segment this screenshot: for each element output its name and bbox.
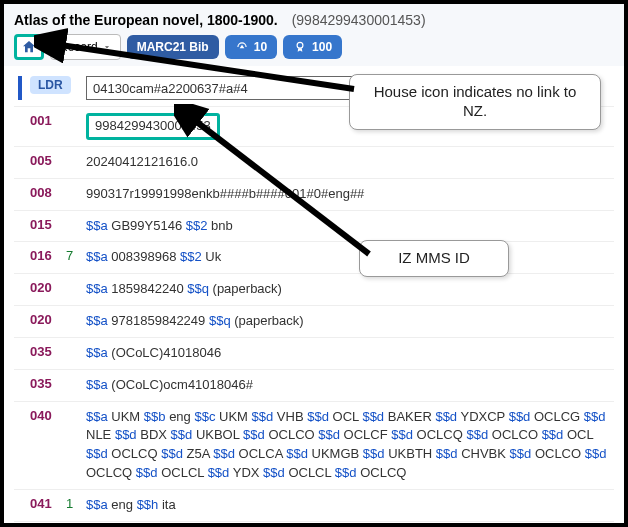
row-selection-bar [18, 496, 22, 515]
subfield-text: (paperback) [209, 281, 282, 296]
marc-row[interactable]: 049$$a MAIN [14, 521, 614, 527]
row-selection-bar [18, 76, 22, 100]
chip-100-label: 100 [312, 40, 332, 54]
chip-10-label: 10 [254, 40, 267, 54]
marc-tag: 035 [30, 376, 66, 391]
row-selection-bar [18, 312, 22, 331]
chevron-down-icon [102, 42, 112, 52]
callout-house: House icon indicates no link to NZ. [349, 74, 601, 130]
marc-tag: 016 [30, 248, 66, 263]
callout-mmsid: IZ MMS ID [359, 240, 509, 277]
subfield-code: $$d [136, 465, 158, 480]
subfield-code: $$2 [180, 249, 202, 264]
marc-value: $$a UKM $$b eng $$c UKM $$d VHB $$d OCL … [86, 408, 610, 483]
chip-10[interactable]: 10 [225, 35, 277, 59]
marc-tag: 008 [30, 185, 66, 200]
record-id-paren: (9984299430001453) [292, 12, 426, 28]
marc-tag: 020 [30, 312, 66, 327]
marc-row[interactable]: 008990317r19991998enkb####b####001#0#eng… [14, 178, 614, 210]
marc-row[interactable]: 035$$a (OCoLC)41018046 [14, 337, 614, 369]
subfield-code: $$d [585, 446, 607, 461]
gauge-icon [235, 40, 249, 54]
subfield-text: OCLCQ [357, 465, 407, 480]
subfield-code: $$q [187, 281, 209, 296]
subfield-code: $$a [86, 497, 108, 512]
subfield-code: $$d [542, 427, 564, 442]
subfield-text: CHVBK [458, 446, 510, 461]
row-selection-bar [18, 217, 22, 236]
header: Atlas of the European novel, 1800-1900. … [4, 4, 624, 66]
subfield-text: OCLCL [158, 465, 208, 480]
subfield-code: $$q [209, 313, 231, 328]
svg-point-0 [297, 42, 303, 48]
title-row: Atlas of the European novel, 1800-1900. … [14, 10, 614, 32]
subfield-text: UKM [108, 409, 144, 424]
subfield-text: NLE [86, 427, 115, 442]
marc-value: $$a GB99Y5146 $$2 bnb [86, 217, 610, 236]
subfield-code: $$a [86, 377, 108, 392]
subfield-text: OCL [329, 409, 362, 424]
subfield-text: UKM [215, 409, 251, 424]
marc-row[interactable]: 035$$a (OCoLC)ocm41018046# [14, 369, 614, 401]
subfield-text: eng [108, 497, 137, 512]
marc-row[interactable]: 040$$a UKM $$b eng $$c UKM $$d VHB $$d O… [14, 401, 614, 489]
marc-value: $$a (OCoLC)ocm41018046# [86, 376, 610, 395]
row-selection-bar [18, 376, 22, 395]
marc-tag: 001 [30, 113, 66, 128]
marc-row[interactable]: 0411$$a eng $$h ita [14, 489, 614, 521]
subfield-code: $$d [171, 427, 193, 442]
marc-tag: 041 [30, 496, 66, 511]
record-button-label: Record [59, 40, 98, 54]
row-selection-bar [18, 248, 22, 267]
row-selection-bar [18, 408, 22, 483]
marc-tag: 005 [30, 153, 66, 168]
ldr-pill: LDR [30, 76, 71, 94]
chip-100[interactable]: 100 [283, 35, 342, 59]
subfield-code: $$d [252, 409, 274, 424]
subfield-code: $$d [161, 446, 183, 461]
record-button[interactable]: Record [50, 34, 121, 60]
home-button[interactable] [14, 34, 44, 60]
marc-row[interactable]: 015$$a GB99Y5146 $$2 bnb [14, 210, 614, 242]
subfield-text: Uk [202, 249, 222, 264]
subfield-code: $$a [86, 313, 108, 328]
chip-marc-label: MARC21 Bib [137, 40, 209, 54]
marc-tag: 020 [30, 280, 66, 295]
subfield-code: $$d [115, 427, 137, 442]
subfield-code: $$d [362, 409, 384, 424]
subfield-text: UKBOL [192, 427, 243, 442]
marc-row[interactable]: 00520240412121616.0 [14, 146, 614, 178]
marc-row[interactable]: 0167$$a 008398968 $$2 Uk [14, 241, 614, 273]
subfield-text: OCLCO [488, 427, 541, 442]
subfield-text: BAKER [384, 409, 435, 424]
subfield-code: $$d [391, 427, 413, 442]
marc-value: $$a eng $$h ita [86, 496, 610, 515]
subfield-code: $$d [510, 446, 532, 461]
subfield-text: YDX [229, 465, 263, 480]
row-selection-bar [18, 185, 22, 204]
subfield-code: $$a [86, 281, 108, 296]
subfield-text: OCLCG [530, 409, 583, 424]
subfield-text: GB99Y5146 [108, 218, 186, 233]
subfield-code: $$b [144, 409, 166, 424]
marc-rows: LDR001998429943000145300520240412121616.… [4, 66, 624, 527]
subfield-code: $$d [335, 465, 357, 480]
subfield-code: $$d [318, 427, 340, 442]
subfield-code: $$a [86, 409, 108, 424]
chip-marc[interactable]: MARC21 Bib [127, 35, 219, 59]
subfield-code: $$a [86, 218, 108, 233]
subfield-code: $$h [137, 497, 159, 512]
subfield-text: VHB [273, 409, 307, 424]
marc-value: 990317r19991998enkb####b####001#0#eng## [86, 185, 610, 204]
subfield-code: $$2 [186, 218, 208, 233]
subfield-text: OCLCF [340, 427, 391, 442]
marc-row[interactable]: 020$$a 1859842240 $$q (paperback) [14, 273, 614, 305]
subfield-code: $$a [86, 345, 108, 360]
home-icon [21, 39, 37, 55]
marc-value: $$a 9781859842249 $$q (paperback) [86, 312, 610, 331]
subfield-code: $$d [584, 409, 606, 424]
marc-row[interactable]: 020$$a 9781859842249 $$q (paperback) [14, 305, 614, 337]
subfield-text: 008398968 [108, 249, 180, 264]
marc-tag: 040 [30, 408, 66, 423]
marc-value: $$a 1859842240 $$q (paperback) [86, 280, 610, 299]
